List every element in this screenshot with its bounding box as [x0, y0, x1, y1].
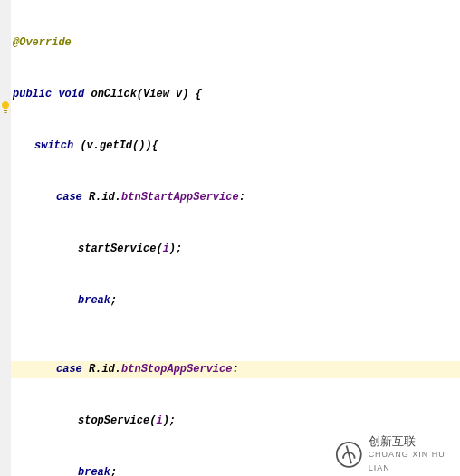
svg-rect-0 [4, 110, 7, 111]
id-btnStopAppService: btnStopAppService [121, 363, 232, 376]
lightbulb-icon[interactable] [0, 99, 11, 116]
method-onclick-sig: onClick(View v) { [84, 88, 202, 100]
keyword-break: break [78, 294, 110, 307]
code-area[interactable]: @Override public void onClick(View v) { … [11, 0, 460, 476]
editor-gutter [0, 0, 11, 476]
colon: : [239, 191, 245, 204]
watermark-logo-icon [335, 439, 363, 470]
watermark-title: 创新互联 [369, 434, 460, 448]
watermark: 创新互联 CHUANG XIN HU LIAN [331, 435, 460, 473]
case-pref: R.id. [82, 363, 121, 376]
call-startService: startService( [78, 243, 163, 255]
keyword-break: break [78, 466, 110, 476]
id-btnStartAppService: btnStartAppService [121, 191, 239, 204]
code-editor[interactable]: @Override public void onClick(View v) { … [0, 0, 460, 476]
case-pref: R.id. [82, 191, 121, 204]
keyword-public: public [13, 88, 52, 100]
semi: ; [110, 466, 117, 476]
highlighted-line: case R.id.btnStopAppService: [11, 361, 460, 378]
call-end: ); [169, 243, 182, 255]
call-stopService: stopService( [78, 414, 156, 427]
arg-i: i [156, 414, 162, 427]
keyword-case: case [56, 191, 82, 204]
watermark-subtitle: CHUANG XIN HU LIAN [369, 448, 460, 475]
svg-line-3 [347, 445, 351, 463]
keyword-switch: switch [34, 139, 73, 152]
annotation: @Override [13, 36, 72, 49]
keyword-void: void [58, 88, 84, 100]
switch-expr: (v.getId()){ [73, 139, 158, 152]
keyword-case: case [56, 363, 82, 376]
svg-rect-1 [5, 112, 7, 113]
semi: ; [110, 294, 117, 307]
call-end: ); [163, 414, 176, 427]
colon: : [232, 363, 238, 376]
arg-i: i [163, 243, 169, 255]
